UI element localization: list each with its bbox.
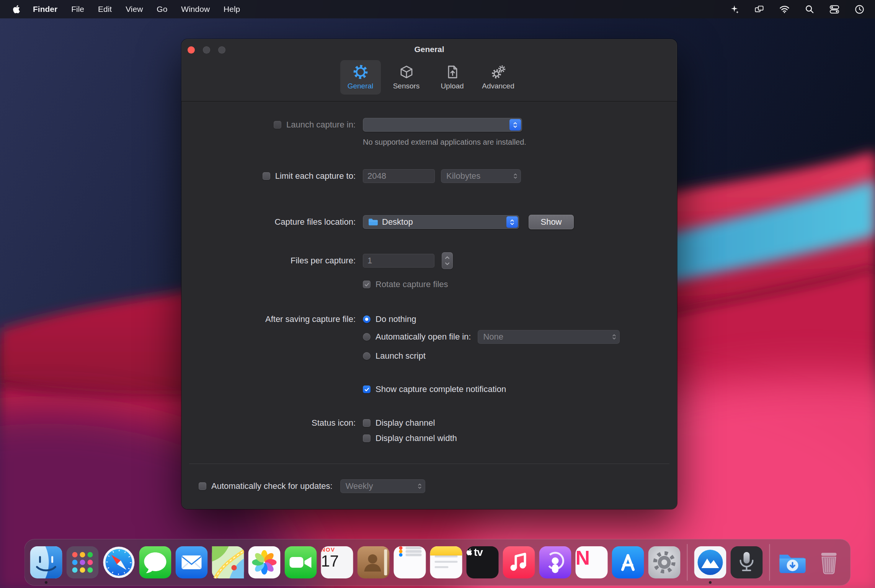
dock-capture-app[interactable] (694, 546, 726, 578)
capture-location-popup[interactable]: Desktop (363, 215, 519, 229)
files-per-capture-label: Files per capture: (291, 256, 356, 266)
dock-downloads-folder[interactable] (777, 546, 809, 578)
dock-trash[interactable] (813, 546, 845, 578)
dock-launchpad[interactable] (67, 546, 99, 578)
check-icon (364, 387, 370, 392)
row-auto-open: Automatically open file in: None (181, 330, 677, 344)
auto-open-radio[interactable] (363, 333, 371, 341)
limit-unit-popup[interactable]: Kilobytes (441, 169, 521, 183)
rotate-files-checkbox[interactable] (363, 281, 371, 288)
running-indicator (709, 581, 712, 584)
dock-mail[interactable] (176, 546, 208, 578)
dock-contacts[interactable] (358, 546, 390, 578)
wifi-icon[interactable] (779, 5, 790, 13)
dock-microphone-app[interactable] (731, 546, 763, 578)
launch-capture-checkbox[interactable] (274, 121, 281, 129)
trash-icon (813, 546, 845, 578)
display-channel-checkbox[interactable] (363, 419, 371, 427)
display-channel-label: Display channel (375, 418, 435, 428)
tab-sensors[interactable]: Sensors (386, 60, 427, 95)
display-channel-width-checkbox[interactable] (363, 434, 371, 442)
updates-checkbox[interactable] (199, 482, 206, 490)
dock-calendar[interactable]: NOV 17 (321, 546, 353, 578)
auto-open-popup[interactable]: None (478, 330, 620, 344)
menu-edit[interactable]: Edit (91, 5, 119, 14)
dock-messages[interactable] (139, 546, 171, 578)
dock-music[interactable] (503, 546, 535, 578)
contacts-icon (358, 546, 390, 578)
dock-system-preferences[interactable] (648, 546, 681, 578)
cube-icon (399, 64, 414, 80)
dock-podcasts[interactable] (539, 546, 571, 578)
after-saving-label: After saving capture file: (265, 314, 356, 324)
wand-icon[interactable] (730, 5, 739, 14)
dock-maps[interactable] (212, 546, 244, 578)
files-per-capture-field[interactable] (363, 254, 434, 268)
files-per-capture-stepper[interactable] (442, 252, 453, 269)
menu-file[interactable]: File (64, 5, 91, 14)
launch-capture-label: Launch capture in: (286, 120, 356, 130)
tab-upload[interactable]: Upload (432, 60, 473, 95)
apple-logo-icon (467, 548, 472, 556)
dock-app-store[interactable] (612, 546, 644, 578)
rotate-files-label: Rotate capture files (375, 279, 448, 289)
menu-app-name[interactable]: Finder (26, 5, 64, 14)
row-launch-capture: Launch capture in: (181, 118, 677, 132)
clock-icon[interactable] (855, 5, 864, 14)
dock-photos[interactable] (248, 546, 281, 578)
apple-menu-icon[interactable] (11, 5, 26, 14)
tab-general[interactable]: General (340, 60, 381, 95)
dock-safari[interactable] (103, 546, 135, 578)
notification-checkbox[interactable] (363, 385, 371, 393)
auto-open-label: Automatically open file in: (375, 332, 471, 342)
folder-icon (368, 218, 378, 226)
app-store-icon (612, 546, 644, 578)
menu-bar: Finder File Edit View Go Window Help (0, 0, 875, 18)
row-status-icon-2: Display channel width (181, 433, 677, 444)
limit-capture-label: Limit each capture to: (275, 171, 356, 181)
limit-capture-checkbox[interactable] (263, 172, 270, 180)
popup-chevrons-icon (417, 483, 422, 490)
chevron-down-icon (444, 262, 450, 266)
control-center-icon[interactable] (829, 5, 839, 14)
do-nothing-radio[interactable] (363, 315, 371, 323)
row-notification: Show capture complete notification (181, 384, 677, 395)
dock-notes[interactable] (430, 546, 462, 578)
capture-app-icon (694, 546, 726, 578)
menu-window[interactable]: Window (174, 5, 217, 14)
launch-capture-popup[interactable] (363, 118, 522, 132)
updates-popup[interactable]: Weekly (340, 479, 425, 493)
chevron-up-icon (444, 256, 450, 259)
row-files-per-capture: Files per capture: (181, 252, 677, 269)
dock-reminders[interactable] (394, 546, 426, 578)
dock-news[interactable]: N (576, 546, 608, 578)
tile-windows-icon[interactable] (754, 5, 764, 14)
dock-tv[interactable]: tv (467, 546, 499, 578)
row-status-icon-1: Status icon: Display channel (181, 417, 677, 429)
show-button[interactable]: Show (529, 215, 574, 229)
dock-finder[interactable] (30, 546, 62, 578)
calendar-icon: NOV 17 (321, 546, 353, 578)
dock-facetime[interactable] (285, 546, 317, 578)
capture-location-value: Desktop (382, 217, 413, 227)
tab-label: Advanced (482, 82, 514, 90)
auto-open-value: None (483, 332, 503, 342)
check-icon (364, 282, 370, 287)
limit-size-field[interactable] (363, 169, 435, 183)
general-pane: Launch capture in: No supported external… (181, 101, 677, 509)
row-capture-location: Capture files location: Desktop Show (181, 214, 677, 230)
tab-label: Sensors (393, 82, 420, 90)
tab-advanced[interactable]: Advanced (478, 60, 519, 95)
photos-icon (248, 546, 281, 578)
podcasts-icon (539, 546, 571, 578)
menu-view[interactable]: View (119, 5, 150, 14)
reminders-icon (394, 546, 426, 578)
menu-help[interactable]: Help (217, 5, 247, 14)
menu-go[interactable]: Go (150, 5, 174, 14)
launch-script-radio[interactable] (363, 352, 371, 360)
tv-icon: tv (467, 546, 499, 578)
capture-location-label: Capture files location: (274, 217, 356, 227)
spotlight-search-icon[interactable] (805, 5, 814, 14)
notes-icon (430, 546, 462, 578)
row-updates: Automatically check for updates: Weekly (181, 479, 677, 494)
